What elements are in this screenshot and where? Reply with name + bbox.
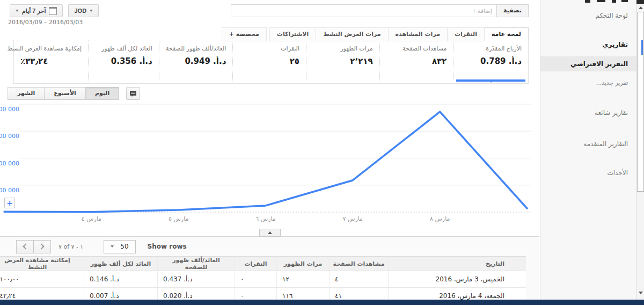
tabs-bar: لمحة عامةالنقراتمرات المشاهدةمرات العرض … (0, 27, 529, 40)
sidebar-item-3[interactable]: تقرير جديد... (540, 77, 636, 89)
next-page-button[interactable] (33, 240, 51, 253)
sidebar-item-1[interactable]: تقاريري (540, 38, 636, 51)
date-range-label: آخر 7 أيام (22, 8, 46, 14)
caret-down-icon (111, 245, 114, 249)
sidebar-item-6[interactable]: الأحداث (540, 166, 636, 179)
triangle-up-icon (268, 229, 272, 234)
comment-annotation-button[interactable] (126, 87, 140, 100)
pagination-range-text: ٧ of ٧ - ١ (58, 243, 83, 250)
tab-5[interactable]: مخصصة + (222, 27, 267, 41)
sidebar-item-5[interactable]: التقارير المتقدمة (540, 137, 636, 150)
windows-taskbar[interactable] (0, 300, 644, 305)
earnings-line (4, 112, 527, 212)
filter-button[interactable]: تصفية (496, 4, 529, 17)
chevron-left-icon (23, 243, 28, 249)
table-cell: ١١٦ (277, 288, 330, 300)
tab-2[interactable]: مرات المشاهدة (388, 27, 448, 41)
column-header-1[interactable]: مشاهدات الصفحة (330, 257, 389, 271)
y-axis-tick-label: 000 0,450.000 د.أ (0, 132, 19, 140)
tab-0[interactable]: لمحة عامة (484, 27, 529, 41)
clipped-chrome-fragment (585, 0, 590, 3)
range-button-0[interactable]: الشهر (8, 87, 45, 100)
report-main-area: تصفية JOD آخر 7 أيام 2016/03/09 – 2016/0… (0, 0, 539, 300)
currency-label: JOD (74, 8, 86, 14)
filter-group: تصفية (231, 4, 529, 17)
caret-down-icon (90, 10, 93, 13)
metric-card-1[interactable]: مشاهدات الصفحة٨٣٢ (379, 40, 453, 83)
date-range-button[interactable]: آخر 7 أيام (10, 4, 63, 17)
pagination-bar: ٧ of ٧ - ١ 50 Show rows (0, 237, 539, 256)
report-table: التاريخمشاهدات الصفحةمرات الظهورالنقراتا… (0, 256, 526, 300)
rows-per-page-value: 50 (120, 243, 128, 250)
column-header-5[interactable]: العائد لكل ألف ظهور (84, 257, 158, 271)
scrollbar-blue-marker (641, 40, 643, 55)
x-axis-tick-label: مارس ٦ (255, 215, 276, 222)
table-row: الخميس، 3 مارس، 2016٤١٢٠د.أ. 0.437د.أ. 0… (0, 271, 526, 288)
table-cell: د.أ. 0.437 (158, 271, 235, 288)
filter-input[interactable] (231, 4, 496, 17)
metric-label: العائد لكل ألف ظهور (95, 45, 152, 52)
tab-1[interactable]: النقرات (447, 27, 485, 41)
tab-3[interactable]: مرات العرض النشط (316, 27, 388, 41)
collapse-table-button[interactable] (259, 229, 281, 237)
sidebar-item-4[interactable]: تقارير شائعة (540, 106, 636, 119)
range-buttons: اليومالأسبوعالشهر (8, 87, 119, 100)
column-header-6[interactable]: إمكانية مشاهدة العرض النشط (0, 257, 84, 271)
currency-select-button[interactable]: JOD (68, 4, 99, 17)
metric-value: د.أ. 0.789 (460, 56, 522, 66)
metric-card-4[interactable]: العائد/ألف ظهور للصفحةد.أ. 0.949 (159, 40, 233, 83)
chart-area: 000 0,150.000 د.أ000 0,300.000 د.أ000 0,… (0, 100, 539, 224)
metric-cards: الأرباح المقدّرةد.أ. 0.789مشاهدات الصفحة… (13, 40, 529, 84)
column-header-0[interactable]: التاريخ (389, 257, 526, 271)
y-axis-tick-label: 000 0,600.000 د.أ (0, 105, 19, 113)
clipped-chrome-fragment (621, 0, 628, 2)
y-axis-tick-label: 000 0,150.000 د.أ (0, 186, 19, 194)
sidebar-item-2[interactable]: التقرير الافتراضي (540, 56, 636, 71)
column-header-3[interactable]: النقرات (235, 257, 277, 271)
column-header-4[interactable]: العائد/ألف ظهور للصفحة (158, 257, 235, 271)
metric-card-0[interactable]: الأرباح المقدّرةد.أ. 0.789 (453, 40, 528, 83)
tab-4[interactable]: الاشتراكات (269, 27, 316, 41)
clipped-chrome-fragment (597, 0, 605, 2)
caret-down-icon (16, 10, 19, 13)
table-cell: ٪١٠٠٫٠٠ (0, 271, 84, 288)
x-axis-tick-label: مارس ٤ (82, 215, 102, 222)
table-section: ٧ of ٧ - ١ 50 Show rows التاريخمشاهدات ا… (0, 236, 539, 300)
table-cell: د.أ. 0.007 (84, 288, 158, 300)
metric-value: ٢٥ (239, 56, 299, 66)
prev-page-button[interactable] (16, 240, 34, 253)
page-scrollbar[interactable] (636, 0, 644, 300)
table-cell: ٠ (235, 271, 277, 288)
scrollbar-thumb[interactable] (637, 12, 644, 192)
rows-per-page-select[interactable]: 50 (104, 240, 135, 253)
metric-value: ٢٬٢١٩ (313, 56, 373, 66)
clipped-chrome-fragment (612, 0, 616, 3)
table-cell: ٪٤٢٫٢٤ (0, 288, 84, 300)
metric-value: د.أ. 0.949 (166, 56, 226, 66)
column-header-2[interactable]: مرات الظهور (277, 257, 330, 271)
table-cell: د.أ. 0.146 (84, 271, 158, 288)
metric-value: ٨٣٢ (386, 56, 447, 66)
sidebar-item-0[interactable]: لوحة التحكم (540, 9, 636, 22)
scroll-down-arrow-icon[interactable] (639, 292, 643, 296)
metric-card-6[interactable]: إمكانية مشاهدة العرض النشط٪٣٣٫٢٤ (14, 40, 88, 83)
range-button-1[interactable]: الأسبوع (44, 87, 86, 100)
toolbar: تصفية JOD آخر 7 أيام (0, 4, 539, 17)
show-rows-label: Show rows (148, 243, 187, 250)
speech-bubble-icon (130, 91, 136, 96)
metric-value: د.أ. 0.356 (95, 56, 152, 66)
table-cell: د.أ. 0.020 (158, 288, 235, 300)
clipped-chrome-fragment (636, 0, 644, 4)
table-cell: ٤١ (330, 288, 389, 300)
table-cell: ١٢ (277, 271, 330, 288)
chart-zoom-out-button[interactable]: + (4, 198, 15, 208)
table-body: الخميس، 3 مارس، 2016٤١٢٠د.أ. 0.437د.أ. 0… (0, 271, 526, 300)
metric-label: الأرباح المقدّرة (460, 45, 522, 52)
metric-card-2[interactable]: مرات الظهور٢٬٢١٩ (306, 40, 379, 83)
metric-card-3[interactable]: النقرات٢٥ (232, 40, 306, 83)
table-row: الجمعة، 4 مارس، 2016٤١١١٦٠د.أ. 0.020د.أ.… (0, 288, 526, 300)
metric-card-5[interactable]: العائد لكل ألف ظهورد.أ. 0.356 (88, 40, 159, 83)
table-cell: ٠ (235, 288, 277, 300)
range-button-2[interactable]: اليوم (85, 87, 119, 100)
scroll-up-arrow-icon[interactable] (639, 4, 643, 9)
